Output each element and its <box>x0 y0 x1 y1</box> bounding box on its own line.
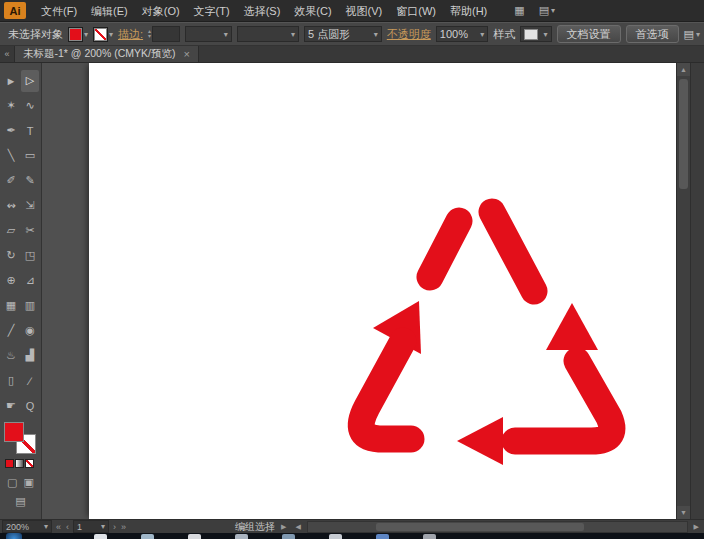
magic-wand-tool[interactable]: ✶ <box>2 95 20 117</box>
draw-normal-icon[interactable]: ▢ <box>7 476 17 489</box>
rotate-tool[interactable]: ↻ <box>2 245 20 267</box>
fill-color-swatch[interactable]: ▾ <box>68 27 88 42</box>
stroke-swatch-icon <box>93 27 108 42</box>
taskbar-app-icon[interactable] <box>376 534 389 539</box>
document-tab[interactable]: 未标题-1* @ 200% (CMYK/预览) × <box>14 46 199 62</box>
column-graph-tool[interactable]: ▟ <box>21 345 39 367</box>
artboard-number-field[interactable]: 1 ▾ <box>73 520 109 533</box>
menu-item[interactable]: 窗口(W) <box>389 0 443 22</box>
screen-mode-icon[interactable]: ▤ <box>15 495 25 508</box>
menu-item[interactable]: 视图(V) <box>339 0 390 22</box>
preferences-button[interactable]: 首选项 <box>626 25 679 43</box>
tools-panel: ►▷✶∿✒T╲▭✐✎↭⇲▱✂↻◳⊕⊿▦▥╱◉♨▟▯∕☛Q ▢ ▣ ▤ <box>0 63 42 519</box>
artboard-tool[interactable]: ▯ <box>2 370 20 392</box>
first-artboard-button[interactable]: « <box>55 522 62 532</box>
type-tool[interactable]: T <box>21 120 39 142</box>
width-tool[interactable]: ↭ <box>2 195 20 217</box>
menu-item[interactable]: 选择(S) <box>237 0 288 22</box>
symbol-sprayer-tool[interactable]: ♨ <box>2 345 20 367</box>
lasso-tool[interactable]: ∿ <box>21 95 39 117</box>
width-tool-icon: ↭ <box>6 199 15 212</box>
width-profile-dropdown[interactable]: ▾ <box>185 26 232 42</box>
artboard[interactable] <box>89 63 676 519</box>
vertical-scroll-thumb[interactable] <box>679 79 688 189</box>
selection-tool-icon: ► <box>6 75 17 87</box>
scroll-left-icon[interactable]: ◀ <box>292 523 303 531</box>
menu-item[interactable]: 帮助(H) <box>443 0 494 22</box>
menu-item[interactable]: 文字(T) <box>187 0 237 22</box>
opacity-label[interactable]: 不透明度 <box>387 27 431 42</box>
menu-item[interactable]: 效果(C) <box>287 0 338 22</box>
stroke-weight-stepper[interactable]: ▴▾ <box>148 26 180 42</box>
brush-definition-dropdown[interactable]: 5 点圆形 ▾ <box>304 26 382 42</box>
eyedropper-tool[interactable]: ╱ <box>2 320 20 342</box>
draw-inside-icon[interactable]: ▣ <box>24 476 34 489</box>
tab-close-icon[interactable]: × <box>183 48 189 60</box>
zoom-tool[interactable]: Q <box>21 395 39 417</box>
collapsed-panel-dock[interactable] <box>690 63 704 519</box>
scale-tool[interactable]: ◳ <box>21 245 39 267</box>
paintbrush-tool[interactable]: ✐ <box>2 170 20 192</box>
slice-tool[interactable]: ∕ <box>21 370 39 392</box>
fill-stroke-indicator <box>4 422 36 454</box>
color-button[interactable] <box>5 459 14 468</box>
line-segment-tool[interactable]: ╲ <box>2 145 20 167</box>
taskbar-app-icon[interactable] <box>94 534 107 539</box>
gradient-button[interactable] <box>15 459 24 468</box>
scroll-right-icon[interactable]: ▶ <box>278 523 289 531</box>
document-tab-bar: « 未标题-1* @ 200% (CMYK/预览) × <box>0 46 704 63</box>
menu-item[interactable]: 文件(F) <box>34 0 84 22</box>
recycle-triangle-symbol[interactable] <box>329 183 644 468</box>
collapse-panel-icon[interactable]: « <box>0 46 14 62</box>
horizontal-scroll-thumb[interactable] <box>376 523 584 531</box>
opacity-dropdown[interactable]: 100% ▾ <box>436 26 489 42</box>
mesh-tool-icon: ▦ <box>6 299 16 312</box>
pen-tool[interactable]: ✒ <box>2 120 20 142</box>
blend-tool[interactable]: ◉ <box>21 320 39 342</box>
pencil-tool[interactable]: ✎ <box>21 170 39 192</box>
selection-tool[interactable]: ► <box>2 70 20 92</box>
next-artboard-button[interactable]: › <box>112 522 117 532</box>
taskbar-app-icon[interactable] <box>188 534 201 539</box>
taskbar-app-icon[interactable] <box>235 534 248 539</box>
document-setup-button[interactable]: 文档设置 <box>557 25 621 43</box>
lasso-tool-icon: ∿ <box>25 99 34 112</box>
style-swatch-dropdown[interactable]: ▾ <box>520 26 551 42</box>
direct-selection-tool[interactable]: ▷ <box>21 70 39 92</box>
magic-wand-tool-icon: ✶ <box>6 99 15 112</box>
eraser-tool[interactable]: ▱ <box>2 220 20 242</box>
rectangle-tool[interactable]: ▭ <box>21 145 39 167</box>
taskbar-app-icon[interactable] <box>423 534 436 539</box>
hand-tool[interactable]: ☛ <box>2 395 20 417</box>
vertical-scrollbar[interactable]: ▲ ▼ <box>676 63 690 519</box>
menu-item[interactable]: 对象(O) <box>135 0 187 22</box>
stroke-weight-label[interactable]: 描边: <box>118 27 143 42</box>
perspective-grid-tool[interactable]: ⊿ <box>21 270 39 292</box>
scissors-tool[interactable]: ✂ <box>21 220 39 242</box>
taskbar-app-icon[interactable] <box>329 534 342 539</box>
taskbar-app-icon[interactable] <box>141 534 154 539</box>
scroll-up-icon[interactable]: ▲ <box>677 63 690 76</box>
shape-builder-tool[interactable]: ⊕ <box>2 270 20 292</box>
taskbar-app-icon[interactable] <box>282 534 295 539</box>
gradient-tool[interactable]: ▥ <box>21 295 39 317</box>
last-artboard-button[interactable]: » <box>120 522 127 532</box>
start-button[interactable] <box>6 533 22 539</box>
prev-artboard-button[interactable]: ‹ <box>65 522 70 532</box>
mesh-tool[interactable]: ▦ <box>2 295 20 317</box>
stroke-color-swatch[interactable]: ▾ <box>93 27 113 42</box>
horizontal-scrollbar[interactable] <box>307 521 688 533</box>
menu-item[interactable]: 编辑(E) <box>84 0 135 22</box>
scroll-right-end-icon[interactable]: ▶ <box>691 523 702 531</box>
scroll-down-icon[interactable]: ▼ <box>677 506 690 519</box>
stroke-profile-dropdown[interactable]: ▾ <box>237 26 299 42</box>
pasteboard[interactable] <box>42 63 676 519</box>
fill-color-indicator[interactable] <box>4 422 24 442</box>
arrange-documents-icon[interactable]: ▦ <box>514 4 524 17</box>
free-transform-tool[interactable]: ⇲ <box>21 195 39 217</box>
workspace-switcher-icon[interactable]: ▤ ▾ <box>539 4 555 17</box>
stroke-weight-field[interactable] <box>152 26 180 42</box>
none-button[interactable] <box>25 459 34 468</box>
zoom-level-dropdown[interactable]: 200% ▾ <box>2 520 52 533</box>
control-panel-menu-icon[interactable]: ▤ ▾ <box>684 28 700 41</box>
